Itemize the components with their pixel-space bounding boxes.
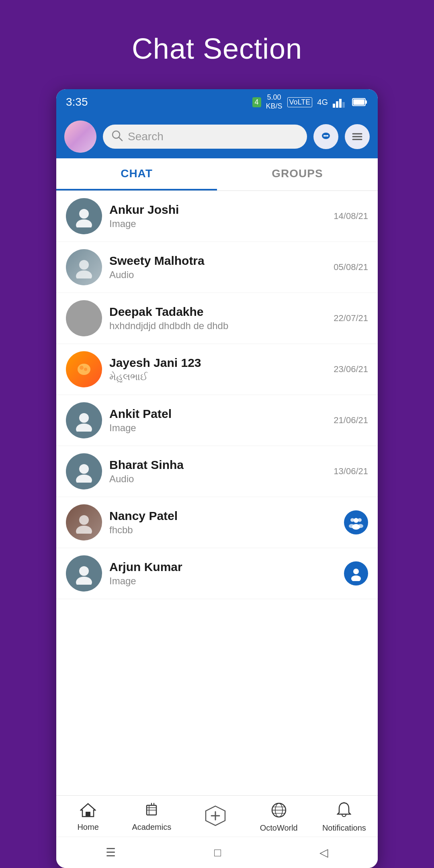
system-back-button[interactable]: ◁ <box>307 843 340 862</box>
chat-item[interactable]: Bharat Sinha Audio 13/06/21 <box>56 446 378 497</box>
svg-point-20 <box>76 270 92 278</box>
chat-info: Jayesh Jani 123 મેહુલભાઈ <box>109 356 326 383</box>
chat-item[interactable]: Sweety Malhotra Audio 05/08/21 <box>56 242 378 293</box>
svg-rect-6 <box>353 99 364 105</box>
chat-meta: 21/06/21 <box>334 415 368 426</box>
chat-list: Ankur Joshi Image 14/08/21 Sweety Malhot… <box>56 191 378 795</box>
nav-home[interactable]: Home <box>68 803 108 832</box>
chat-meta: 05/08/21 <box>334 262 368 272</box>
chat-meta <box>344 510 368 534</box>
avatar <box>66 453 102 489</box>
chat-item[interactable]: Jayesh Jani 123 મેહુલભાઈ 23/06/21 <box>56 344 378 395</box>
svg-point-26 <box>79 464 89 474</box>
svg-point-24 <box>79 413 89 423</box>
search-bar[interactable]: Search <box>103 125 307 149</box>
system-home-button[interactable]: □ <box>202 843 233 862</box>
chat-name: Ankit Patel <box>109 407 326 421</box>
avatar <box>66 504 102 540</box>
svg-point-18 <box>76 219 92 227</box>
svg-point-25 <box>76 424 92 432</box>
tab-groups[interactable]: GROUPS <box>217 158 378 190</box>
group-badge <box>344 510 368 534</box>
profile-avatar[interactable] <box>64 121 96 153</box>
nav-notifications[interactable]: Notifications <box>322 802 366 833</box>
chat-date: 14/08/21 <box>334 211 368 221</box>
bottom-nav: Home Academics <box>56 795 378 837</box>
svg-rect-3 <box>342 102 345 108</box>
chat-info: Nancy Patel fhcbb <box>109 509 337 536</box>
chat-date: 22/07/21 <box>334 313 368 323</box>
chat-preview: fhcbb <box>109 524 337 536</box>
chat-meta: 14/08/21 <box>334 211 368 221</box>
chat-preview: Image <box>109 218 326 229</box>
svg-rect-5 <box>365 100 367 104</box>
chat-name: Jayesh Jani 123 <box>109 356 326 370</box>
nav-octoworld[interactable]: OctoWorld <box>259 802 299 833</box>
nav-academics-label: Academics <box>132 823 171 832</box>
svg-rect-1 <box>336 101 338 108</box>
svg-point-28 <box>79 515 89 525</box>
system-nav: ☰ □ ◁ <box>56 837 378 868</box>
svg-point-19 <box>79 260 89 270</box>
svg-point-31 <box>350 518 354 522</box>
chat-item[interactable]: Ankur Joshi Image 14/08/21 <box>56 191 378 242</box>
svg-point-22 <box>80 366 84 370</box>
chat-info: Sweety Malhotra Audio <box>109 254 326 280</box>
svg-point-32 <box>358 518 362 522</box>
chat-name: Sweety Malhotra <box>109 254 326 268</box>
svg-point-34 <box>349 524 354 528</box>
menu-icon-button[interactable] <box>345 124 370 149</box>
speed-indicator: 5.00KB/S <box>266 93 283 111</box>
status-bar: 3:35 4 5.00KB/S VoLTE 4G <box>56 89 378 115</box>
chat-info: Deepak Tadakhe hxhdndjdjd dhdbdh de dhdb <box>109 305 326 332</box>
page-title: Chat Section <box>132 32 302 65</box>
battery-icon: 4 <box>252 97 261 107</box>
avatar <box>66 249 102 285</box>
svg-rect-0 <box>333 104 335 108</box>
plus-badge-icon <box>204 805 227 831</box>
group-icon <box>348 515 364 530</box>
svg-point-39 <box>351 575 361 581</box>
person-icon <box>73 205 95 227</box>
avatar <box>66 402 102 438</box>
chat-preview: hxhdndjdjd dhdbdh de dhdb <box>109 320 326 332</box>
chat-date: 13/06/21 <box>334 466 368 477</box>
chat-info: Bharat Sinha Audio <box>109 458 326 485</box>
nav-academics[interactable]: Academics <box>131 803 172 832</box>
person-icon <box>73 409 95 432</box>
chat-name: Ankur Joshi <box>109 203 326 217</box>
chat-name: Arjun Kumar <box>109 560 337 574</box>
svg-point-12 <box>325 135 327 137</box>
svg-rect-41 <box>86 812 90 817</box>
person-icon <box>73 460 95 483</box>
tab-chat[interactable]: CHAT <box>56 158 217 190</box>
chat-item[interactable]: Deepak Tadakhe hxhdndjdjd dhdbdh de dhdb… <box>56 293 378 344</box>
svg-rect-2 <box>339 99 342 108</box>
svg-point-36 <box>79 566 89 576</box>
chat-meta: 13/06/21 <box>334 466 368 477</box>
chat-name: Deepak Tadakhe <box>109 305 326 319</box>
chat-item[interactable]: Arjun Kumar Image <box>56 548 378 599</box>
chat-item[interactable]: Nancy Patel fhcbb <box>56 497 378 548</box>
system-menu-button[interactable]: ☰ <box>94 843 128 862</box>
person-icon <box>73 256 95 278</box>
network-indicator: 4G <box>317 98 328 107</box>
avatar <box>66 555 102 592</box>
person-icon <box>73 511 95 534</box>
nav-octoworld-label: OctoWorld <box>260 823 298 833</box>
nav-octoplus[interactable] <box>195 805 235 831</box>
svg-point-27 <box>76 475 92 483</box>
volte-indicator: VoLTE <box>287 97 313 107</box>
message-icon-button[interactable] <box>313 124 338 149</box>
chat-preview: મેહુલભાઈ <box>109 371 326 383</box>
chat-info: Arjun Kumar Image <box>109 560 337 587</box>
chat-preview: Audio <box>109 269 326 280</box>
svg-line-8 <box>119 137 122 141</box>
globe-icon <box>271 802 287 822</box>
academics-icon <box>143 803 160 821</box>
chat-date: 05/08/21 <box>334 262 368 272</box>
person-icon <box>73 562 95 585</box>
chat-preview: Image <box>109 575 337 587</box>
chat-item[interactable]: Ankit Patel Image 21/06/21 <box>56 395 378 446</box>
avatar <box>66 351 102 387</box>
